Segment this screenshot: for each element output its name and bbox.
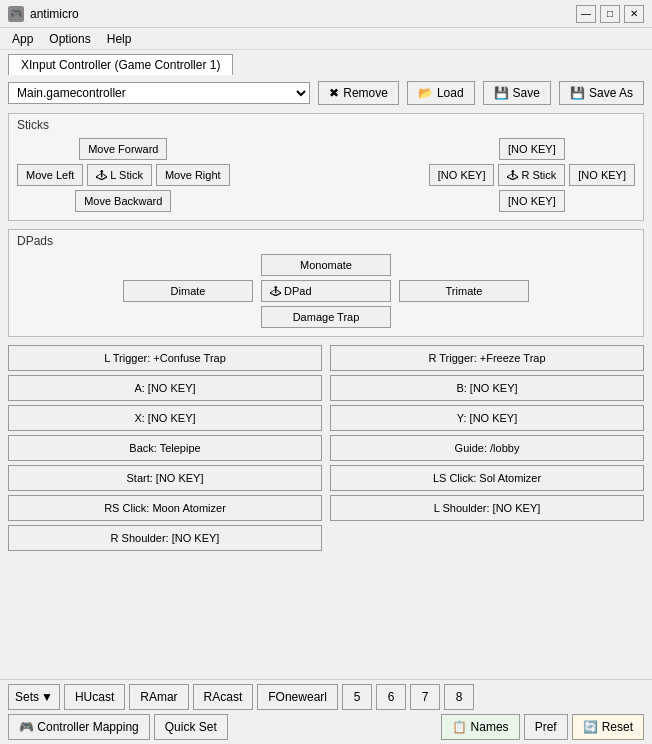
l-shoulder-btn[interactable]: L Shoulder: [NO KEY] (330, 495, 644, 521)
set-6-btn[interactable]: 6 (376, 684, 406, 710)
rstick-icon: 🕹 (507, 169, 518, 181)
lstick-right-btn[interactable]: Move Right (156, 164, 230, 186)
rsls2-row: RS Click: Moon Atomizer L Shoulder: [NO … (8, 495, 644, 521)
menu-app[interactable]: App (4, 30, 41, 48)
a-btn[interactable]: A: [NO KEY] (8, 375, 322, 401)
b-btn[interactable]: B: [NO KEY] (330, 375, 644, 401)
startls-row: Start: [NO KEY] LS Click: Sol Atomizer (8, 465, 644, 491)
r-shoulder-btn[interactable]: R Shoulder: [NO KEY] (8, 525, 322, 551)
dpad-up-btn[interactable]: Monomate (261, 254, 391, 276)
save-button[interactable]: 💾 Save (483, 81, 551, 105)
trigger-row: L Trigger: +Confuse Trap R Trigger: +Fre… (8, 345, 644, 371)
rstick-group: [NO KEY] [NO KEY] 🕹 R Stick [NO KEY] [NO… (429, 138, 635, 212)
lstick-center-btn[interactable]: 🕹 L Stick (87, 164, 152, 186)
sticks-label: Sticks (17, 118, 635, 132)
load-button[interactable]: 📂 Load (407, 81, 475, 105)
title-bar-left: 🎮 antimicro (8, 6, 79, 22)
ls-click-btn[interactable]: LS Click: Sol Atomizer (330, 465, 644, 491)
lstick-left-btn[interactable]: Move Left (17, 164, 83, 186)
rstick-right-btn[interactable]: [NO KEY] (569, 164, 635, 186)
load-icon: 📂 (418, 86, 433, 100)
gamepad-icon: 🎮 (19, 720, 34, 734)
dpads-inner: Monomate Dimate 🕹 DPad Trimate Damage Tr… (17, 254, 635, 328)
lstick-up-btn[interactable]: Move Forward (79, 138, 167, 160)
menu-help[interactable]: Help (99, 30, 140, 48)
dpad-right-btn[interactable]: Trimate (399, 280, 529, 302)
lstick-group: Move Forward Move Left 🕹 L Stick Move Ri… (17, 138, 230, 212)
rs-click-btn[interactable]: RS Click: Moon Atomizer (8, 495, 322, 521)
save-icon: 💾 (494, 86, 509, 100)
set-racast-btn[interactable]: RAcast (193, 684, 254, 710)
quick-set-btn[interactable]: Quick Set (154, 714, 228, 740)
close-button[interactable]: ✕ (624, 5, 644, 23)
guide-btn[interactable]: Guide: /lobby (330, 435, 644, 461)
app-icon: 🎮 (8, 6, 24, 22)
sets-btn[interactable]: Sets ▼ (8, 684, 60, 710)
bottom-bar: Sets ▼ HUcast RAmar RAcast FOnewearl 5 6… (0, 679, 652, 744)
action-buttons: L Trigger: +Confuse Trap R Trigger: +Fre… (8, 345, 644, 551)
dpad-center-btn[interactable]: 🕹 DPad (261, 280, 391, 302)
r-trigger-btn[interactable]: R Trigger: +Freeze Trap (330, 345, 644, 371)
saveas-icon: 💾 (570, 86, 585, 100)
app-title: antimicro (30, 7, 79, 21)
start-btn[interactable]: Start: [NO KEY] (8, 465, 322, 491)
saveas-button[interactable]: 💾 Save As (559, 81, 644, 105)
tab-bar: XInput Controller (Game Controller 1) (0, 50, 652, 75)
sets-dropdown-icon: ▼ (41, 690, 53, 704)
profile-select[interactable]: Main.gamecontroller (8, 82, 310, 104)
reset-icon: 🔄 (583, 720, 598, 734)
rstick-down-btn[interactable]: [NO KEY] (499, 190, 565, 212)
y-btn[interactable]: Y: [NO KEY] (330, 405, 644, 431)
dpads-section: DPads Monomate Dimate 🕹 DPad Trimate Dam… (8, 229, 644, 337)
bottom-row1: Sets ▼ HUcast RAmar RAcast FOnewearl 5 6… (8, 684, 644, 710)
remove-button[interactable]: ✖ Remove (318, 81, 399, 105)
set-fonewearl-btn[interactable]: FOnewearl (257, 684, 338, 710)
main-content: Main.gamecontroller ✖ Remove 📂 Load 💾 Sa… (0, 75, 652, 557)
reset-btn[interactable]: 🔄 Reset (572, 714, 644, 740)
names-btn[interactable]: 📋 Names (441, 714, 520, 740)
dpad-middle-row: Dimate 🕹 DPad Trimate (123, 280, 529, 302)
rshoulder-row: R Shoulder: [NO KEY] (8, 525, 644, 551)
dpad-left-btn[interactable]: Dimate (123, 280, 253, 302)
l-trigger-btn[interactable]: L Trigger: +Confuse Trap (8, 345, 322, 371)
rstick-middle-row: [NO KEY] 🕹 R Stick [NO KEY] (429, 164, 635, 186)
set-7-btn[interactable]: 7 (410, 684, 440, 710)
set-5-btn[interactable]: 5 (342, 684, 372, 710)
rstick-left-btn[interactable]: [NO KEY] (429, 164, 495, 186)
controller-mapping-btn[interactable]: 🎮 Controller Mapping (8, 714, 150, 740)
backguide-row: Back: Telepipe Guide: /lobby (8, 435, 644, 461)
maximize-button[interactable]: □ (600, 5, 620, 23)
minimize-button[interactable]: — (576, 5, 596, 23)
ab-row: A: [NO KEY] B: [NO KEY] (8, 375, 644, 401)
dpad-down-btn[interactable]: Damage Trap (261, 306, 391, 328)
xy-row: X: [NO KEY] Y: [NO KEY] (8, 405, 644, 431)
title-bar: 🎮 antimicro — □ ✕ (0, 0, 652, 28)
lstick-middle-row: Move Left 🕹 L Stick Move Right (17, 164, 230, 186)
back-btn[interactable]: Back: Telepipe (8, 435, 322, 461)
menu-options[interactable]: Options (41, 30, 98, 48)
dpads-label: DPads (17, 234, 635, 248)
remove-icon: ✖ (329, 86, 339, 100)
sticks-section: Sticks Move Forward Move Left 🕹 L Stick … (8, 113, 644, 221)
set-ramar-btn[interactable]: RAmar (129, 684, 188, 710)
rstick-up-btn[interactable]: [NO KEY] (499, 138, 565, 160)
window-controls: — □ ✕ (576, 5, 644, 23)
lstick-down-btn[interactable]: Move Backward (75, 190, 171, 212)
profile-row: Main.gamecontroller ✖ Remove 📂 Load 💾 Sa… (8, 81, 644, 105)
dpad-icon: 🕹 (270, 285, 281, 297)
set-8-btn[interactable]: 8 (444, 684, 474, 710)
sticks-inner: Move Forward Move Left 🕹 L Stick Move Ri… (17, 138, 635, 212)
rstick-center-btn[interactable]: 🕹 R Stick (498, 164, 565, 186)
names-icon: 📋 (452, 720, 467, 734)
bottom-row2: 🎮 Controller Mapping Quick Set 📋 Names P… (8, 714, 644, 740)
x-btn[interactable]: X: [NO KEY] (8, 405, 322, 431)
lstick-icon: 🕹 (96, 169, 107, 181)
set-hucast-btn[interactable]: HUcast (64, 684, 125, 710)
menu-bar: App Options Help (0, 28, 652, 50)
pref-btn[interactable]: Pref (524, 714, 568, 740)
controller-tab[interactable]: XInput Controller (Game Controller 1) (8, 54, 233, 75)
